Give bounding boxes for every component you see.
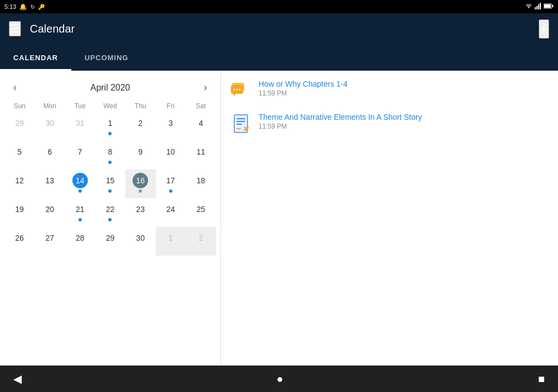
calendar-day[interactable]: 1 xyxy=(156,227,186,256)
calendar-day[interactable]: 24 xyxy=(156,198,186,227)
app-bar: ☰ Calendar + xyxy=(0,13,558,44)
menu-button[interactable]: ☰ xyxy=(9,21,21,36)
time-display: 5:13 xyxy=(4,3,16,10)
status-bar-right xyxy=(525,3,554,10)
events-section: How or Why Chapters 1-411:59 PM Theme An… xyxy=(221,71,558,365)
event-time: 11:59 PM xyxy=(259,123,422,130)
event-time: 11:59 PM xyxy=(259,89,348,97)
event-title: Theme And Narrative Elements In A Short … xyxy=(259,113,422,121)
svg-point-10 xyxy=(236,89,238,91)
back-button[interactable]: ◀ xyxy=(13,372,22,385)
tab-upcoming[interactable]: UPCOMING xyxy=(71,44,142,71)
svg-rect-14 xyxy=(236,118,245,119)
event-dot xyxy=(169,189,172,193)
bottom-bar: ◀ ● ■ xyxy=(0,365,558,392)
home-button[interactable]: ● xyxy=(276,373,283,385)
calendar-day[interactable]: 31 xyxy=(65,112,95,141)
calendar-day[interactable]: 17 xyxy=(156,169,186,198)
svg-rect-16 xyxy=(236,124,242,125)
calendar-day[interactable]: 18 xyxy=(186,169,216,198)
calendar-week-5: 262728293012 xyxy=(4,227,216,256)
calendar-nav: ‹ April 2020 › xyxy=(4,77,216,100)
svg-rect-0 xyxy=(535,7,536,9)
svg-rect-6 xyxy=(544,4,551,8)
status-bar-left: 5:13 🔔 ↻ 🔑 xyxy=(4,3,45,10)
sync-icon: ↻ xyxy=(30,4,35,10)
calendar-day[interactable]: 13 xyxy=(35,169,65,198)
event-info: Theme And Narrative Elements In A Short … xyxy=(259,113,422,130)
calendar-day[interactable]: 16 xyxy=(125,169,156,198)
event-info: How or Why Chapters 1-411:59 PM xyxy=(259,80,348,97)
discussion-icon xyxy=(230,80,252,102)
day-header-tue: Tue xyxy=(65,100,95,112)
day-header-sun: Sun xyxy=(4,100,35,112)
calendar-week-4: 19202122232425 xyxy=(4,198,216,227)
event-dot xyxy=(108,132,112,135)
calendar-week-1: 2930311234 xyxy=(4,112,216,141)
tab-calendar[interactable]: CALENDAR xyxy=(0,44,71,71)
calendar-day[interactable]: 26 xyxy=(4,227,35,256)
svg-rect-3 xyxy=(540,3,541,9)
event-dot xyxy=(78,218,82,221)
event-item[interactable]: Theme And Narrative Elements In A Short … xyxy=(230,113,549,135)
calendar-day[interactable]: 11 xyxy=(186,141,216,169)
day-header-fri: Fri xyxy=(156,100,186,112)
calendar-day[interactable]: 25 xyxy=(186,198,216,227)
calendar-day[interactable]: 29 xyxy=(4,112,35,141)
svg-rect-17 xyxy=(236,128,241,129)
calendar-day[interactable]: 4 xyxy=(186,112,216,141)
calendar-day[interactable]: 5 xyxy=(4,141,35,169)
day-header-wed: Wed xyxy=(95,100,125,112)
event-item[interactable]: How or Why Chapters 1-411:59 PM xyxy=(230,80,549,102)
calendar-day[interactable]: 15 xyxy=(95,169,125,198)
calendar-day[interactable]: 7 xyxy=(65,141,95,169)
calendar-day[interactable]: 3 xyxy=(156,112,186,141)
event-dot xyxy=(108,161,112,164)
calendar-day[interactable]: 23 xyxy=(125,198,156,227)
day-headers-row: SunMonTueWedThuFriSat xyxy=(4,100,216,112)
event-dot xyxy=(78,189,82,193)
signal-icon xyxy=(535,3,541,10)
calendar-day[interactable]: 27 xyxy=(35,227,65,256)
svg-rect-1 xyxy=(536,6,538,9)
calendar-day[interactable]: 20 xyxy=(35,198,65,227)
calendar-day[interactable]: 29 xyxy=(95,227,125,256)
calendar-day[interactable]: 30 xyxy=(35,112,65,141)
app-title: Calendar xyxy=(30,23,530,35)
main-content: ‹ April 2020 › SunMonTueWedThuFriSat 293… xyxy=(0,71,558,365)
calendar-day[interactable]: 6 xyxy=(35,141,65,169)
calendar-day[interactable]: 21 xyxy=(65,198,95,227)
calendar-day[interactable]: 8 xyxy=(95,141,125,169)
assignment-icon xyxy=(230,113,252,135)
calendar-day[interactable]: 10 xyxy=(156,141,186,169)
calendar-day[interactable]: 28 xyxy=(65,227,95,256)
add-button[interactable]: + xyxy=(539,19,549,39)
calendar-body: 2930311234567891011121314151617181920212… xyxy=(4,112,216,256)
calendar-day[interactable]: 2 xyxy=(125,112,156,141)
battery-icon xyxy=(544,3,554,10)
calendar-day[interactable]: 9 xyxy=(125,141,156,169)
prev-month-button[interactable]: ‹ xyxy=(9,80,21,96)
svg-point-9 xyxy=(234,89,235,91)
month-title: April 2020 xyxy=(90,83,130,93)
vpn-icon: 🔑 xyxy=(38,4,45,10)
day-header-mon: Mon xyxy=(35,100,65,112)
calendar-week-2: 567891011 xyxy=(4,141,216,169)
svg-marker-12 xyxy=(233,94,235,96)
svg-rect-15 xyxy=(236,121,245,122)
calendar-day[interactable]: 22 xyxy=(95,198,125,227)
calendar-day[interactable]: 1 xyxy=(95,112,125,141)
wifi-icon xyxy=(525,3,533,10)
calendar-day[interactable]: 19 xyxy=(4,198,35,227)
calendar-day[interactable]: 12 xyxy=(4,169,35,198)
recent-apps-button[interactable]: ■ xyxy=(538,373,545,385)
calendar-day[interactable]: 14 xyxy=(65,169,95,198)
next-month-button[interactable]: › xyxy=(199,80,212,96)
event-dot xyxy=(139,189,142,193)
calendar-day[interactable]: 2 xyxy=(186,227,216,256)
event-dot xyxy=(108,189,112,193)
calendar-day[interactable]: 30 xyxy=(125,227,156,256)
events-list: How or Why Chapters 1-411:59 PM Theme An… xyxy=(230,80,549,135)
svg-point-11 xyxy=(239,89,241,91)
day-header-sat: Sat xyxy=(186,100,216,112)
